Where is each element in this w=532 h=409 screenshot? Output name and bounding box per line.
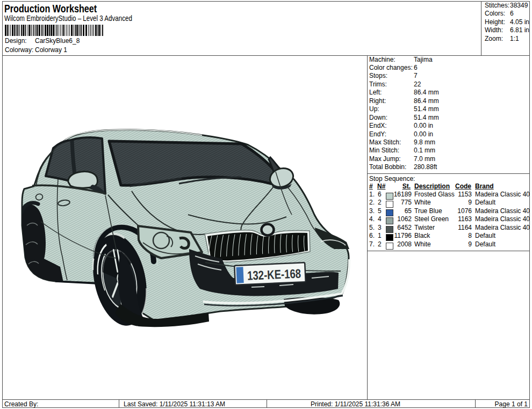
svg-text:132-KE-168: 132-KE-168 (247, 266, 301, 282)
